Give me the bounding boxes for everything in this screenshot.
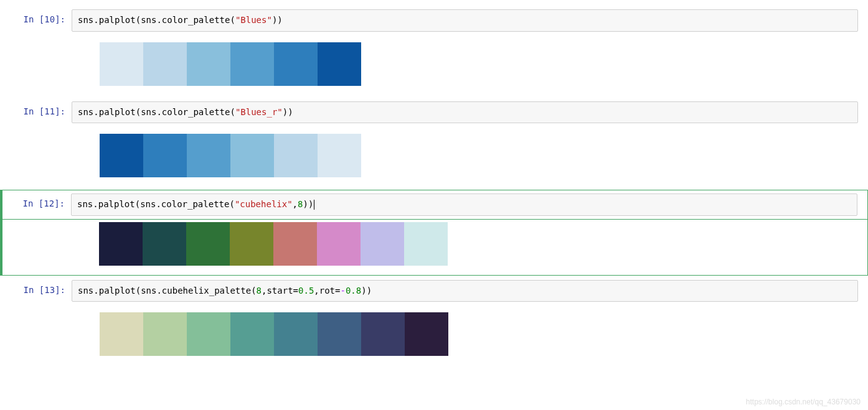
notebook-cell-12[interactable]: In [12]: sns.palplot(sns.color_palette("… [0, 190, 868, 220]
color-swatch [317, 222, 361, 266]
output-area-12-wrap [0, 219, 868, 276]
color-swatch [274, 312, 318, 356]
color-swatch [99, 222, 143, 266]
color-swatch [186, 222, 230, 266]
color-swatch [100, 312, 143, 356]
palette-output [100, 134, 361, 177]
notebook-cell-13[interactable]: In [13]: sns.palplot(sns.cubehelix_palet… [0, 277, 868, 305]
color-swatch [100, 42, 143, 86]
color-swatch [143, 222, 186, 266]
input-prompt: In [10]: [0, 9, 72, 24]
color-swatch [230, 42, 274, 86]
input-prompt: In [13]: [0, 280, 72, 295]
color-swatch [187, 312, 230, 356]
output-area-13 [0, 306, 868, 368]
input-prompt: In [12]: [2, 193, 71, 208]
input-prompt: In [11]: [0, 101, 72, 116]
text-cursor-icon [314, 200, 314, 210]
color-swatch [404, 222, 448, 266]
color-swatch [318, 134, 361, 177]
color-swatch [230, 134, 274, 177]
color-swatch [273, 222, 317, 266]
code-input[interactable]: sns.palplot(sns.cubehelix_palette(8,star… [72, 280, 858, 302]
color-swatch [143, 312, 187, 356]
color-swatch [405, 312, 448, 356]
color-swatch [187, 134, 230, 177]
notebook-cell-10[interactable]: In [10]: sns.palplot(sns.color_palette("… [0, 6, 868, 35]
color-swatch [143, 42, 187, 86]
color-swatch [274, 42, 318, 86]
output-area-11 [0, 128, 868, 190]
palette-output [99, 222, 448, 266]
code-input[interactable]: sns.palplot(sns.color_palette("Blues_r")… [72, 101, 858, 124]
color-swatch [274, 134, 318, 177]
color-swatch [143, 134, 187, 177]
color-swatch [230, 312, 274, 356]
color-swatch [100, 134, 143, 177]
palette-output [100, 312, 448, 356]
color-swatch [318, 312, 361, 356]
palette-output [100, 42, 361, 86]
color-swatch [230, 222, 273, 266]
output-area-10 [0, 36, 868, 98]
color-swatch [318, 42, 361, 86]
color-swatch [187, 42, 230, 86]
color-swatch [361, 222, 404, 266]
color-swatch [361, 312, 405, 356]
code-input[interactable]: sns.palplot(sns.color_palette("Blues")) [72, 9, 858, 32]
notebook-cell-11[interactable]: In [11]: sns.palplot(sns.color_palette("… [0, 98, 868, 127]
code-input[interactable]: sns.palplot(sns.color_palette("cubehelix… [71, 193, 857, 216]
